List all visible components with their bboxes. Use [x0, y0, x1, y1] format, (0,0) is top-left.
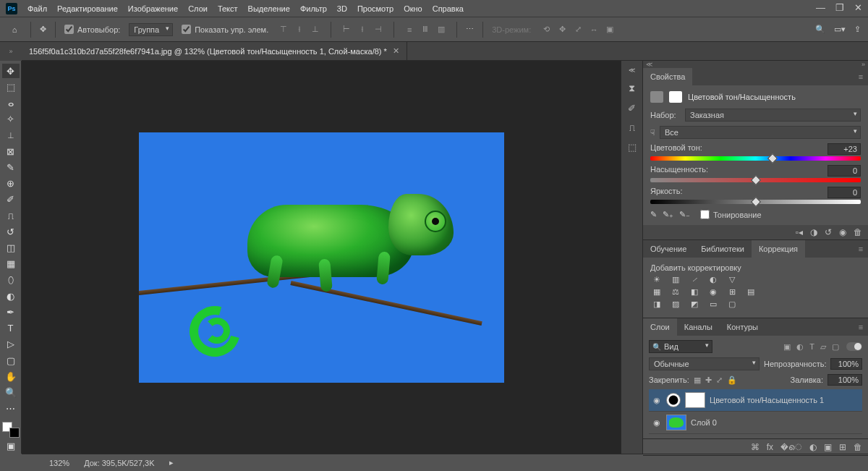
- share-icon[interactable]: ⇪: [854, 25, 861, 34]
- new-layer-icon[interactable]: ⊞: [839, 442, 846, 452]
- more-options-icon[interactable]: ⋯: [466, 25, 474, 34]
- hue-value-input[interactable]: +23: [827, 143, 861, 155]
- color-balance-adj-icon[interactable]: ⚖: [669, 287, 682, 297]
- history-panel-icon[interactable]: ⧗: [629, 82, 635, 94]
- move-tool[interactable]: ✥: [2, 64, 20, 78]
- invert-adj-icon[interactable]: ◨: [650, 300, 663, 309]
- lightness-slider-thumb[interactable]: [750, 197, 760, 207]
- layer-mask-icon[interactable]: �െ: [780, 442, 802, 452]
- color-range-dropdown[interactable]: Все: [660, 126, 861, 139]
- align-right-icon[interactable]: ⊣: [372, 23, 385, 36]
- camera-3d-icon[interactable]: ▣: [603, 23, 616, 36]
- eyedropper-minus-icon[interactable]: ✎₋: [679, 210, 690, 219]
- frame-tool[interactable]: ⊠: [2, 144, 20, 158]
- hue-slider[interactable]: [650, 156, 861, 161]
- selective-color-adj-icon[interactable]: ▢: [726, 300, 739, 309]
- layer-row[interactable]: ◉ Цветовой тон/Насыщенность 1: [649, 389, 862, 412]
- filter-smart-icon[interactable]: ▢: [832, 342, 839, 352]
- move-tool-icon[interactable]: ✥: [40, 25, 46, 34]
- panel-collapse-bar[interactable]: ≪»: [643, 61, 868, 68]
- visibility-toggle-icon[interactable]: ◉: [652, 418, 662, 428]
- lightness-slider[interactable]: [650, 200, 861, 204]
- menu-text[interactable]: Текст: [218, 4, 238, 13]
- clip-to-layer-icon[interactable]: ▫◂: [796, 227, 803, 237]
- close-tab-icon[interactable]: ✕: [393, 46, 399, 56]
- channel-mixer-adj-icon[interactable]: ⊞: [726, 287, 739, 297]
- preset-dropdown[interactable]: Заказная: [685, 109, 861, 122]
- adjustment-thumb[interactable]: [666, 393, 681, 407]
- color-lookup-adj-icon[interactable]: ▤: [744, 287, 757, 297]
- opacity-input[interactable]: 100%: [830, 358, 862, 370]
- menu-filter[interactable]: Фильтр: [300, 4, 327, 13]
- blend-mode-dropdown[interactable]: Обычные: [649, 357, 760, 370]
- properties-tab[interactable]: Свойства: [643, 68, 692, 85]
- show-controls-check[interactable]: [182, 25, 191, 34]
- saturation-value-input[interactable]: 0: [827, 165, 861, 177]
- view-previous-icon[interactable]: ◑: [810, 227, 817, 237]
- finger-scrub-icon[interactable]: ☟: [650, 128, 655, 137]
- posterize-adj-icon[interactable]: ▨: [669, 300, 682, 309]
- minimize-button[interactable]: —: [816, 2, 825, 13]
- status-flyout-icon[interactable]: ▸: [169, 458, 174, 467]
- layer-name[interactable]: Цветовой тон/Насыщенность 1: [710, 396, 824, 404]
- tab-learn[interactable]: Обучение: [643, 240, 694, 258]
- pan-3d-icon[interactable]: ✥: [556, 23, 569, 36]
- autoselect-checkbox[interactable]: Автовыбор:: [64, 25, 120, 34]
- lock-all-icon[interactable]: 🔒: [727, 375, 737, 385]
- menu-image[interactable]: Изображение: [128, 4, 178, 13]
- clone-panel-icon[interactable]: ⎍: [629, 122, 635, 133]
- filter-shape-icon[interactable]: ▱: [820, 342, 826, 352]
- delete-adjustment-icon[interactable]: 🗑: [854, 227, 862, 237]
- distribute-v-icon[interactable]: ≡: [403, 23, 416, 36]
- bw-adj-icon[interactable]: ◧: [688, 287, 701, 297]
- exposure-adj-icon[interactable]: ◐: [707, 275, 720, 284]
- colorize-checkbox[interactable]: Тонирование: [700, 210, 762, 219]
- brushes-panel-icon[interactable]: ✐: [628, 103, 636, 114]
- menu-help[interactable]: Справка: [433, 4, 464, 13]
- tab-layers[interactable]: Слои: [643, 318, 677, 336]
- align-vcenter-icon[interactable]: ⫲: [293, 23, 306, 36]
- layer-name[interactable]: Слой 0: [691, 418, 717, 427]
- lightness-value-input[interactable]: 0: [827, 187, 861, 198]
- layer-filter-dropdown[interactable]: Вид: [649, 340, 712, 353]
- edit-toolbar-icon[interactable]: ⋯: [2, 402, 20, 416]
- eraser-tool[interactable]: ◫: [2, 240, 20, 255]
- reset-icon[interactable]: ↺: [825, 227, 832, 237]
- background-color[interactable]: [9, 428, 20, 438]
- delete-layer-icon[interactable]: 🗑: [854, 442, 862, 452]
- collapse-arrow-icon[interactable]: ≪: [629, 67, 635, 74]
- filter-adjust-icon[interactable]: ◐: [796, 342, 804, 352]
- color-swatches[interactable]: [2, 422, 20, 438]
- shape-tool[interactable]: ▢: [2, 353, 20, 368]
- tab-adjustments[interactable]: Коррекция: [752, 240, 805, 258]
- layer-row[interactable]: ◉ Слой 0: [649, 412, 862, 434]
- path-select-tool[interactable]: ▷: [2, 337, 20, 352]
- menu-edit[interactable]: Редактирование: [57, 4, 118, 13]
- lock-pixels-icon[interactable]: ▦: [694, 375, 701, 385]
- canvas-area[interactable]: [22, 61, 621, 454]
- search-icon[interactable]: 🔍: [815, 25, 825, 34]
- image-thumb[interactable]: [666, 415, 686, 430]
- photo-filter-adj-icon[interactable]: ◉: [707, 287, 720, 297]
- magic-wand-tool[interactable]: ✧: [2, 112, 20, 127]
- type-tool[interactable]: T: [2, 321, 20, 336]
- distribute-h-icon[interactable]: Ⅲ: [419, 23, 432, 36]
- align-hcenter-icon[interactable]: ⫲: [356, 23, 369, 36]
- colorize-check[interactable]: [700, 210, 710, 219]
- filter-type-icon[interactable]: T: [809, 342, 814, 352]
- link-layers-icon[interactable]: ⌘: [751, 442, 760, 452]
- history-brush-tool[interactable]: ↺: [2, 224, 20, 239]
- layer-style-icon[interactable]: fx: [767, 442, 773, 452]
- hue-slider-thumb[interactable]: [767, 153, 778, 164]
- lasso-tool[interactable]: ⴰ: [2, 96, 20, 110]
- blur-tool[interactable]: ⬯: [2, 273, 20, 287]
- saturation-slider[interactable]: [650, 178, 861, 182]
- saturation-slider-thumb[interactable]: [750, 175, 760, 185]
- doc-size-label[interactable]: Док: 395,5K/527,3K: [84, 459, 154, 467]
- brightness-adj-icon[interactable]: ☀: [650, 275, 663, 284]
- menu-3d[interactable]: 3D: [337, 4, 347, 13]
- autoselect-check[interactable]: [64, 25, 74, 34]
- eyedropper-plus-icon[interactable]: ✎₊: [663, 210, 673, 219]
- crop-tool[interactable]: ⟂: [2, 128, 20, 143]
- eyedropper-tool[interactable]: ✎: [2, 160, 20, 174]
